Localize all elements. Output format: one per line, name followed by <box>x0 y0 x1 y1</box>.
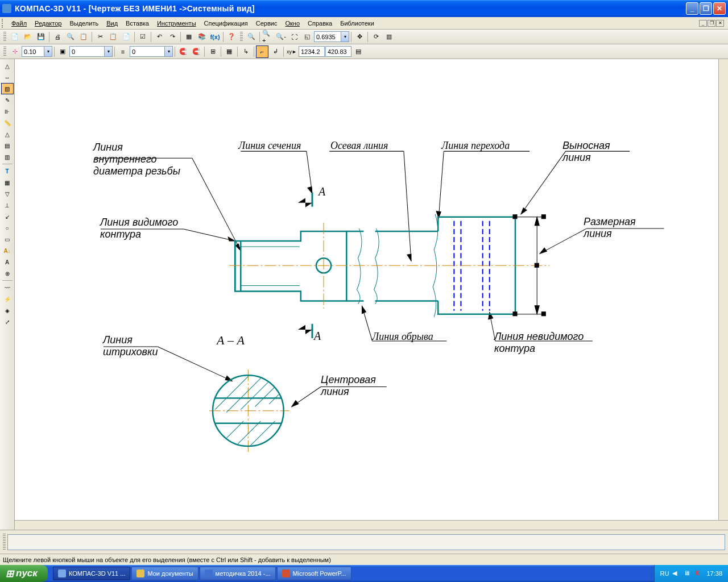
step-icon[interactable]: ⊹ <box>9 45 21 58</box>
arrow-tool-icon[interactable]: A <box>1 256 14 268</box>
ortho-button[interactable]: ⌐ <box>256 45 268 58</box>
pan-button[interactable]: ✥ <box>353 31 366 43</box>
report-tool-icon[interactable]: ▥ <box>1 151 14 163</box>
step-combo[interactable]: ▾ <box>22 46 52 57</box>
menu-window[interactable]: Окно <box>281 19 304 28</box>
menu-view[interactable]: Вид <box>102 19 122 28</box>
vertical-scrollbar[interactable] <box>718 59 728 520</box>
taskbar-task-word[interactable]: методичка 2014 -... <box>200 567 276 580</box>
grid-button[interactable]: ▦ <box>223 45 235 58</box>
mdi-close-button[interactable]: ✕ <box>716 20 724 27</box>
views-button[interactable]: ▥ <box>383 31 395 43</box>
layer-icon[interactable]: ▣ <box>56 45 69 58</box>
library-button[interactable]: 📚 <box>196 31 208 43</box>
plot-button[interactable]: 📋 <box>77 31 90 43</box>
cut-button[interactable]: ✂ <box>94 31 106 43</box>
layer-dropdown[interactable]: ▾ <box>104 47 112 56</box>
refresh-button[interactable]: ⟳ <box>370 31 382 43</box>
menu-help[interactable]: Справка <box>304 19 336 28</box>
round-button[interactable]: ↲ <box>269 45 282 58</box>
variables-button[interactable]: f(x) <box>209 31 221 43</box>
close-button[interactable]: ✕ <box>713 2 726 15</box>
open-button[interactable]: 📂 <box>22 31 34 43</box>
menu-grip[interactable] <box>2 19 5 28</box>
menu-file[interactable]: Файл <box>7 19 31 28</box>
paste-button[interactable]: 📄 <box>120 31 133 43</box>
zoom-all-button[interactable]: ◱ <box>301 31 313 43</box>
mdi-restore-button[interactable]: ❐ <box>708 20 715 27</box>
language-indicator[interactable]: RU <box>660 570 669 577</box>
coord-lock-button[interactable]: ▤ <box>352 45 365 58</box>
mdi-minimize-button[interactable]: _ <box>699 20 707 27</box>
zoom-dropdown[interactable]: ▾ <box>341 32 349 41</box>
geometry-tool-icon[interactable]: △ <box>1 60 14 72</box>
horizontal-scrollbar[interactable] <box>15 520 728 530</box>
text-tool-icon[interactable]: T <box>1 165 14 177</box>
wave-tool-icon[interactable]: 〰 <box>1 282 14 293</box>
coord-x-input[interactable] <box>299 46 325 57</box>
edit-tool-icon[interactable]: ✎ <box>1 94 14 106</box>
menu-editor[interactable]: Редактор <box>31 19 65 28</box>
break-tool-icon[interactable]: ⤢ <box>1 316 14 327</box>
new-button[interactable]: 📄 <box>9 31 21 43</box>
zoom-window-button[interactable]: 🔍 <box>245 31 258 43</box>
tray-icon-network[interactable]: 🖥 <box>684 569 692 577</box>
menu-service[interactable]: Сервис <box>252 19 282 28</box>
zoom-fit-button[interactable]: ⛶ <box>288 31 300 43</box>
base-tool-icon[interactable]: ⊥ <box>1 199 14 211</box>
style-icon[interactable]: ≡ <box>117 45 129 58</box>
manager-button[interactable]: ▦ <box>183 31 195 43</box>
grid-set-button[interactable]: ⊞ <box>206 45 219 58</box>
section-line-tool-icon[interactable]: A↓ <box>1 245 14 256</box>
measure-tool-icon[interactable]: 📏 <box>1 117 14 128</box>
taskbar-task-documents[interactable]: Мои документы <box>131 567 198 580</box>
spec-tool-icon[interactable]: ▤ <box>1 140 14 151</box>
coord-y-input[interactable] <box>325 46 351 57</box>
step-input[interactable] <box>22 47 44 56</box>
select-tool-icon[interactable]: △ <box>1 128 14 140</box>
drawing-canvas[interactable]: Линия внутреннего диаметра резьбы Линия … <box>15 59 718 520</box>
tray-icon-av[interactable]: K <box>695 569 703 577</box>
zoom-combo[interactable]: ▾ <box>314 31 349 42</box>
maximize-button[interactable]: ❐ <box>700 2 712 15</box>
system-tray[interactable]: RU ◀ 🖥 K 17:38 <box>654 565 728 582</box>
style-input[interactable] <box>130 47 164 56</box>
center-tool-icon[interactable]: ⊕ <box>1 268 14 279</box>
snap-magnet-button[interactable]: 🧲 <box>177 45 189 58</box>
zoom-out-button[interactable]: 🔍- <box>275 31 287 43</box>
rough-tool-icon[interactable]: ▽ <box>1 188 14 199</box>
start-button[interactable]: ⊞пуск <box>0 565 48 582</box>
table-tool-icon[interactable]: ▦ <box>1 177 14 188</box>
minimize-button[interactable]: _ <box>686 2 698 15</box>
taskbar-task-kompas[interactable]: КОМПАС-3D V11 ... <box>53 567 131 580</box>
toolbar-grip-2[interactable] <box>240 32 243 42</box>
preview-button[interactable]: 🔍 <box>64 31 77 43</box>
toolbar-grip[interactable] <box>3 32 6 42</box>
zoom-input[interactable] <box>315 32 341 41</box>
mark-tool-icon[interactable]: ◈ <box>1 305 14 316</box>
redo-button[interactable]: ↷ <box>166 31 179 43</box>
params-tool-icon[interactable]: ⊪ <box>1 106 14 117</box>
menu-spec[interactable]: Спецификация <box>200 19 252 28</box>
toolbar-grip-3[interactable] <box>3 47 6 57</box>
step-dropdown[interactable]: ▾ <box>44 47 52 56</box>
taskbar-task-powerpoint[interactable]: Microsoft PowerP... <box>277 567 351 580</box>
leader-tool-icon[interactable]: ↙ <box>1 211 14 222</box>
layer-input[interactable] <box>70 47 104 56</box>
symbols-tool-icon[interactable]: ▧ <box>1 83 14 94</box>
style-combo[interactable]: ▾ <box>130 46 173 57</box>
pos-tool-icon[interactable]: ○ <box>1 222 14 234</box>
menu-libraries[interactable]: Библиотеки <box>336 19 378 28</box>
lcs-button[interactable]: ↳ <box>239 45 252 58</box>
print-button[interactable]: 🖨 <box>51 31 64 43</box>
menu-tools[interactable]: Инструменты <box>153 19 200 28</box>
propbar-grip[interactable] <box>3 534 6 551</box>
dimensions-tool-icon[interactable]: ↔ <box>1 72 14 83</box>
copy-button[interactable]: 📋 <box>107 31 119 43</box>
layer-combo[interactable]: ▾ <box>69 46 113 57</box>
menu-select[interactable]: Выделить <box>65 19 102 28</box>
save-button[interactable]: 💾 <box>35 31 47 43</box>
menu-insert[interactable]: Вставка <box>122 19 153 28</box>
auto-axis-tool-icon[interactable]: ⚡ <box>1 293 14 305</box>
tolerance-tool-icon[interactable]: ▭ <box>1 234 14 245</box>
